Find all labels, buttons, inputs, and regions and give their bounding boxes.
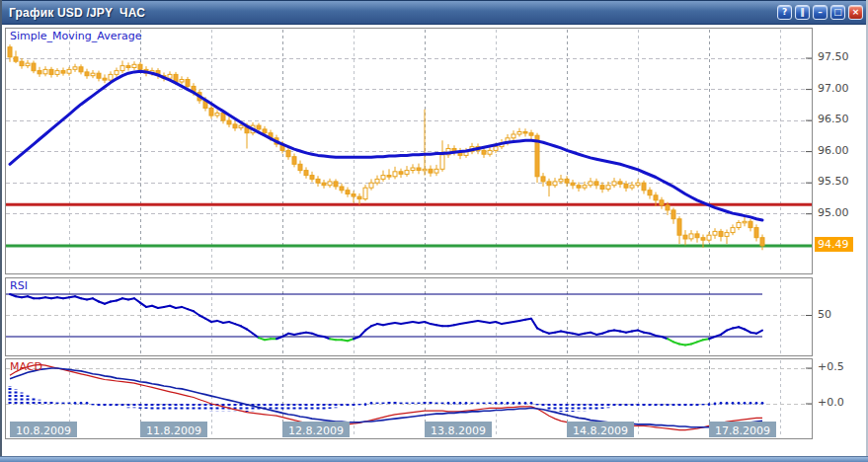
rsi-line — [10, 294, 762, 346]
date-box: 11.8.2009 — [140, 422, 207, 437]
macd-canvas[interactable]: 10.8.200911.8.200912.8.200913.8.200914.8… — [6, 359, 812, 438]
price-axis-label: 97.50 — [818, 50, 849, 63]
price-chart-panel[interactable]: Simple_Moving_Average — [5, 28, 813, 274]
maximize-button[interactable]: □ — [830, 5, 845, 20]
help-button[interactable]: ? — [777, 5, 792, 20]
svg-text:12.8.2009: 12.8.2009 — [288, 424, 344, 437]
window-controls: ?‖–□× — [777, 5, 868, 20]
sma-indicator-label: Simple_Moving_Average — [10, 30, 141, 42]
macd-signal-line — [10, 368, 762, 427]
price-axis-label: 95.00 — [818, 206, 849, 219]
window-bottom-frame — [0, 456, 868, 462]
svg-text:13.8.2009: 13.8.2009 — [431, 424, 486, 437]
macd-histogram — [10, 386, 763, 412]
macd-panel[interactable]: 10.8.200911.8.200912.8.200913.8.200914.8… — [5, 358, 813, 439]
rsi-indicator-label: RSI — [10, 279, 28, 292]
chart-window: График USD /JPY ЧАС ?‖–□× Simple_Moving_… — [0, 0, 868, 462]
date-box: 13.8.2009 — [425, 422, 492, 437]
macd-axis-label: +0.5 — [818, 360, 844, 373]
rsi-panel[interactable]: RSI — [5, 277, 813, 356]
svg-text:10.8.2009: 10.8.2009 — [16, 424, 71, 437]
price-chart-canvas[interactable] — [6, 29, 812, 273]
macd-axis-label: +0.0 — [818, 396, 844, 409]
date-box: 14.8.2009 — [567, 422, 634, 437]
price-axis-label: 95.50 — [818, 175, 849, 188]
rsi-canvas[interactable] — [6, 278, 812, 355]
svg-text:17.8.2009: 17.8.2009 — [715, 424, 770, 437]
current-price-badge: 94.49 — [815, 237, 853, 252]
time-axis[interactable]: 3ч12ч0012ч0012ч0012ч0012ч3ч12ч — [0, 438, 868, 455]
svg-text:11.8.2009: 11.8.2009 — [146, 424, 201, 437]
price-axis-label: 96.50 — [818, 113, 849, 125]
macd-indicator-label: MACD — [10, 360, 42, 373]
price-axis-label: 97.00 — [818, 82, 849, 95]
rsi-axis-label: 50 — [818, 308, 831, 321]
close-button[interactable]: × — [848, 5, 863, 20]
date-box: 10.8.2009 — [10, 422, 77, 437]
title-bar[interactable]: График USD /JPY ЧАС ?‖–□× — [0, 0, 868, 25]
pause-button[interactable]: ‖ — [795, 5, 810, 20]
window-left-frame — [0, 0, 2, 462]
date-box: 12.8.2009 — [282, 422, 350, 437]
minimize-button[interactable]: – — [813, 5, 828, 20]
svg-text:14.8.2009: 14.8.2009 — [573, 424, 628, 437]
date-box: 17.8.2009 — [709, 422, 776, 437]
window-title: График USD /JPY ЧАС — [0, 6, 145, 20]
price-axis-label: 96.00 — [818, 144, 849, 157]
